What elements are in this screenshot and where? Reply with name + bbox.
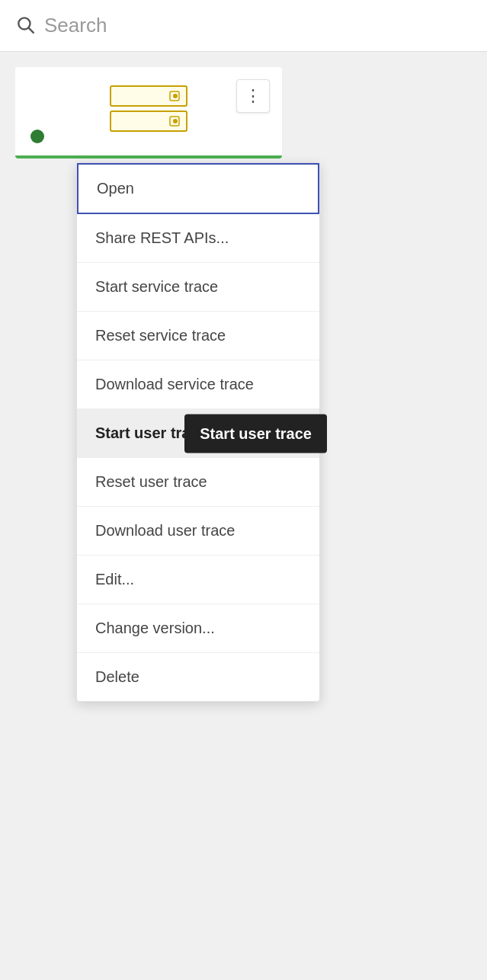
progress-bar <box>15 155 282 159</box>
menu-item-open[interactable]: Open <box>77 163 319 214</box>
menu-item-edit[interactable]: Edit... <box>77 556 319 604</box>
server-card: ⋮ <box>15 67 282 159</box>
three-dot-icon: ⋮ <box>245 88 262 104</box>
search-input-placeholder[interactable]: Search <box>44 14 107 37</box>
menu-item-download-user-trace[interactable]: Download user trace <box>77 507 319 556</box>
search-icon <box>15 14 35 37</box>
menu-item-delete[interactable]: Delete <box>77 653 319 701</box>
svg-point-4 <box>173 94 178 98</box>
menu-item-reset-user-trace[interactable]: Reset user trace <box>77 458 319 507</box>
main-area: ⋮ Open Share REST APIs... Start service … <box>0 52 487 963</box>
menu-item-change-version[interactable]: Change version... <box>77 604 319 653</box>
svg-line-1 <box>29 27 34 32</box>
status-indicator <box>30 130 44 143</box>
menu-item-start-user-trace[interactable]: Start user trace Start user trace <box>77 409 319 458</box>
menu-item-start-service-trace[interactable]: Start service trace <box>77 263 319 312</box>
svg-point-7 <box>173 119 178 123</box>
three-dot-menu-button[interactable]: ⋮ <box>236 79 270 113</box>
menu-item-download-service-trace[interactable]: Download service trace <box>77 360 319 409</box>
start-user-trace-tooltip: Start user trace <box>184 414 327 453</box>
context-menu: Open Share REST APIs... Start service tr… <box>76 162 320 702</box>
menu-item-share-rest-apis[interactable]: Share REST APIs... <box>77 214 319 263</box>
header: Search <box>0 0 487 52</box>
menu-item-reset-service-trace[interactable]: Reset service trace <box>77 312 319 360</box>
server-icon <box>103 82 194 136</box>
